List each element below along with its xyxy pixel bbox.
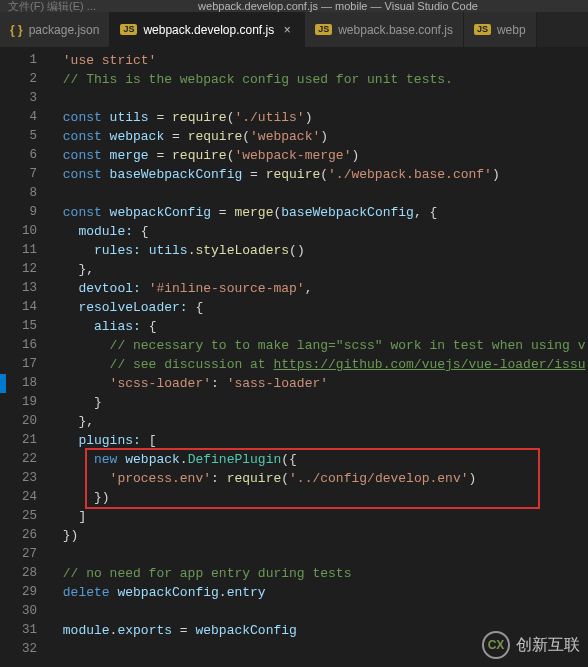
line-number[interactable]: 29: [0, 583, 37, 602]
code-line[interactable]: const baseWebpackConfig = require('./web…: [55, 165, 588, 184]
line-number[interactable]: 9: [0, 203, 37, 222]
code-line[interactable]: },: [55, 260, 588, 279]
code-line[interactable]: resolveLoader: {: [55, 298, 588, 317]
line-number[interactable]: 23: [0, 469, 37, 488]
code-line[interactable]: }: [55, 393, 588, 412]
tab-label: webpack.develop.conf.js: [143, 23, 274, 37]
line-number[interactable]: 8: [0, 184, 37, 203]
line-number[interactable]: 1: [0, 51, 37, 70]
line-number[interactable]: 12: [0, 260, 37, 279]
editor-tab[interactable]: JSwebpack.develop.conf.js×: [110, 12, 305, 47]
code-line[interactable]: }): [55, 526, 588, 545]
line-number[interactable]: 7: [0, 165, 37, 184]
code-line[interactable]: [55, 640, 588, 659]
window-titlebar: 文件(F) 编辑(E) ... webpack.develop.conf.js …: [0, 0, 588, 12]
line-number[interactable]: 5: [0, 127, 37, 146]
code-line[interactable]: module.exports = webpackConfig: [55, 621, 588, 640]
line-number[interactable]: 15: [0, 317, 37, 336]
line-number[interactable]: 11: [0, 241, 37, 260]
code-line[interactable]: // This is the webpack config used for u…: [55, 70, 588, 89]
line-number[interactable]: 26: [0, 526, 37, 545]
code-line[interactable]: devtool: '#inline-source-map',: [55, 279, 588, 298]
code-line[interactable]: 'scss-loader': 'sass-loader': [55, 374, 588, 393]
code-line[interactable]: rules: utils.styleLoaders(): [55, 241, 588, 260]
line-number[interactable]: 30: [0, 602, 37, 621]
code-line[interactable]: }): [55, 488, 588, 507]
line-number[interactable]: 31: [0, 621, 37, 640]
line-number[interactable]: 19: [0, 393, 37, 412]
code-line[interactable]: // no need for app entry during tests: [55, 564, 588, 583]
js-file-icon: JS: [315, 24, 332, 35]
tab-label: webp: [497, 23, 526, 37]
line-number[interactable]: 21: [0, 431, 37, 450]
tab-label: webpack.base.conf.js: [338, 23, 453, 37]
editor-tab[interactable]: { }package.json: [0, 12, 110, 47]
line-number-gutter: 1234567891011121314151617181920212223242…: [0, 47, 55, 667]
code-line[interactable]: alias: {: [55, 317, 588, 336]
line-number[interactable]: 24: [0, 488, 37, 507]
line-number[interactable]: 13: [0, 279, 37, 298]
line-number[interactable]: 20: [0, 412, 37, 431]
line-number[interactable]: 32: [0, 640, 37, 659]
line-number[interactable]: 6: [0, 146, 37, 165]
code-line[interactable]: [55, 545, 588, 564]
line-number[interactable]: 14: [0, 298, 37, 317]
line-number[interactable]: 16: [0, 336, 37, 355]
editor-tab-bar: { }package.jsonJSwebpack.develop.conf.js…: [0, 12, 588, 47]
line-number[interactable]: 27: [0, 545, 37, 564]
tab-label: package.json: [29, 23, 100, 37]
code-line[interactable]: const webpackConfig = merge(baseWebpackC…: [55, 203, 588, 222]
code-line[interactable]: const merge = require('webpack-merge'): [55, 146, 588, 165]
code-line[interactable]: // necessary to to make lang="scss" work…: [55, 336, 588, 355]
code-line[interactable]: new webpack.DefinePlugin({: [55, 450, 588, 469]
code-line[interactable]: delete webpackConfig.entry: [55, 583, 588, 602]
window-title: webpack.develop.conf.js — mobile — Visua…: [96, 0, 580, 12]
code-line[interactable]: 'use strict': [55, 51, 588, 70]
code-line[interactable]: const utils = require('./utils'): [55, 108, 588, 127]
code-content[interactable]: 'use strict' // This is the webpack conf…: [55, 47, 588, 667]
line-number[interactable]: 2: [0, 70, 37, 89]
code-line[interactable]: module: {: [55, 222, 588, 241]
code-line[interactable]: const webpack = require('webpack'): [55, 127, 588, 146]
line-number[interactable]: 17: [0, 355, 37, 374]
code-line[interactable]: [55, 184, 588, 203]
js-file-icon: JS: [474, 24, 491, 35]
close-icon[interactable]: ×: [280, 23, 294, 37]
code-line[interactable]: ]: [55, 507, 588, 526]
gutter-decoration: [0, 374, 6, 393]
line-number[interactable]: 10: [0, 222, 37, 241]
editor-area: 1234567891011121314151617181920212223242…: [0, 47, 588, 667]
code-line[interactable]: [55, 89, 588, 108]
code-line[interactable]: 'process.env': require('../config/develo…: [55, 469, 588, 488]
line-number[interactable]: 3: [0, 89, 37, 108]
titlebar-menu-fragment: 文件(F) 编辑(E) ...: [8, 0, 96, 12]
line-number[interactable]: 22: [0, 450, 37, 469]
line-number[interactable]: 28: [0, 564, 37, 583]
line-number[interactable]: 4: [0, 108, 37, 127]
code-line[interactable]: [55, 602, 588, 621]
editor-tab[interactable]: JSwebpack.base.conf.js: [305, 12, 464, 47]
editor-tab[interactable]: JSwebp: [464, 12, 537, 47]
code-line[interactable]: plugins: [: [55, 431, 588, 450]
line-number[interactable]: 25: [0, 507, 37, 526]
code-line[interactable]: // see discussion at https://github.com/…: [55, 355, 588, 374]
js-file-icon: JS: [120, 24, 137, 35]
code-line[interactable]: },: [55, 412, 588, 431]
json-file-icon: { }: [10, 23, 23, 37]
